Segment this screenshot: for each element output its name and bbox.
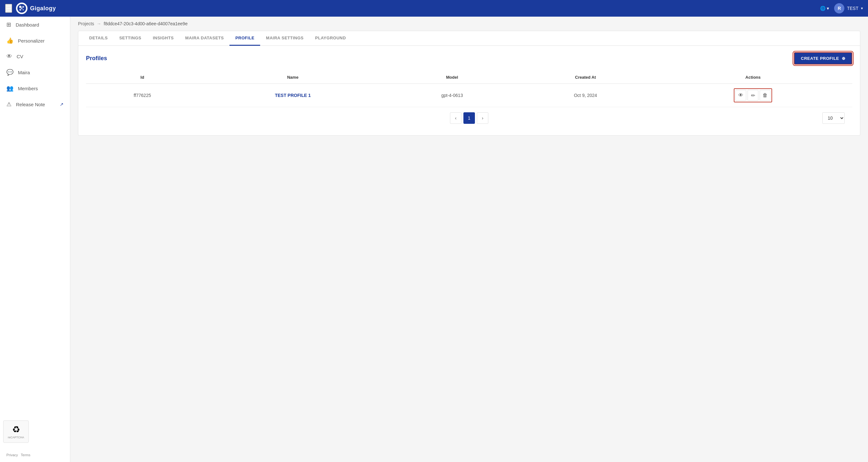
sidebar-item-cv[interactable]: 👁 CV — [0, 49, 70, 64]
profile-name-link[interactable]: TEST PROFILE 1 — [275, 93, 311, 98]
profiles-table: Id Name Model Created At Actions ff77622… — [86, 71, 852, 107]
row-created-at: Oct 9, 2024 — [517, 84, 654, 107]
user-menu-button[interactable]: R TEST ▾ — [834, 3, 863, 13]
tab-maira-settings[interactable]: MAIRA SETTINGS — [260, 31, 309, 46]
col-id: Id — [86, 71, 199, 84]
recaptcha-label: reCAPTCHA — [8, 436, 24, 439]
page-1-button[interactable]: 1 — [463, 112, 475, 124]
tab-playground[interactable]: PLAYGROUND — [309, 31, 351, 46]
prev-page-button[interactable]: ‹ — [450, 112, 462, 124]
actions-group: 👁 ✏ 🗑 — [734, 88, 772, 103]
create-profile-button[interactable]: CREATE PROFILE ⊕ — [794, 52, 852, 65]
personalizer-icon: 👍 — [6, 37, 13, 44]
pagination: ‹ 1 › — [450, 112, 488, 124]
globe-dropdown-arrow: ▾ — [827, 6, 829, 11]
create-profile-label: CREATE PROFILE — [801, 56, 839, 61]
actions-cell: 👁 ✏ 🗑 — [659, 88, 847, 103]
language-selector[interactable]: 🌐 ▾ — [820, 6, 829, 11]
delete-profile-button[interactable]: 🗑 — [760, 90, 771, 101]
svg-point-4 — [22, 9, 24, 10]
table-row: ff776225 TEST PROFILE 1 gpt-4-0613 Oct 9… — [86, 84, 852, 107]
tab-bar: DETAILS SETTINGS INSIGHTS MAIRA DATASETS… — [78, 31, 860, 46]
tab-maira-datasets[interactable]: MAIRA DATASETS — [180, 31, 230, 46]
profiles-section: Profiles CREATE PROFILE ⊕ Id Name Model … — [78, 46, 860, 135]
sidebar-label-cv: CV — [17, 54, 23, 59]
row-name: TEST PROFILE 1 — [199, 84, 387, 107]
breadcrumb-projects[interactable]: Projects — [78, 21, 94, 26]
main-content: Projects → f8ddce47-20c3-4d00-a6ee-d4007… — [70, 17, 868, 462]
nav-left: ☰ Gigalogy — [5, 3, 56, 14]
sidebar-label-release-note: Release Note — [16, 102, 45, 107]
user-dropdown-arrow: ▾ — [861, 6, 863, 10]
row-id: ff776225 — [86, 84, 199, 107]
trash-icon: 🗑 — [763, 92, 768, 98]
recaptcha-logo: ♻ — [12, 424, 20, 435]
logo-container: Gigalogy — [16, 3, 56, 14]
sidebar-item-dashboard[interactable]: ⊞ Dashboard — [0, 17, 70, 33]
page-size-select[interactable]: 10 25 50 100 — [822, 112, 845, 124]
breadcrumb-arrow: → — [97, 21, 101, 26]
avatar: R — [834, 3, 844, 13]
col-model: Model — [387, 71, 518, 84]
sidebar-item-release-note[interactable]: ⚠ Release Note ↗ — [0, 96, 70, 112]
edit-profile-button[interactable]: ✏ — [747, 90, 758, 101]
tab-insights[interactable]: INSIGHTS — [147, 31, 179, 46]
tab-details[interactable]: DETAILS — [84, 31, 114, 46]
brand-name: Gigalogy — [30, 5, 56, 12]
tab-settings[interactable]: SETTINGS — [114, 31, 147, 46]
svg-point-1 — [19, 6, 22, 8]
nav-right: 🌐 ▾ R TEST ▾ — [820, 3, 863, 13]
external-link-icon: ↗ — [60, 102, 64, 107]
col-created-at: Created At — [517, 71, 654, 84]
breadcrumb-project-id: f8ddce47-20c3-4d00-a6ee-d4007ea1ee9e — [104, 21, 188, 26]
pagination-row: ‹ 1 › 10 25 50 100 — [86, 107, 852, 129]
body-layout: ⊞ Dashboard 👍 Personalizer 👁 CV 💬 Maira … — [0, 17, 868, 462]
svg-point-5 — [21, 8, 23, 9]
sidebar-label-dashboard: Dashboard — [16, 22, 39, 28]
privacy-link[interactable]: Privacy Terms — [6, 453, 64, 457]
edit-icon: ✏ — [751, 92, 755, 98]
cv-icon: 👁 — [6, 53, 12, 60]
sidebar: ⊞ Dashboard 👍 Personalizer 👁 CV 💬 Maira … — [0, 17, 70, 462]
project-card: DETAILS SETTINGS INSIGHTS MAIRA DATASETS… — [78, 31, 860, 136]
row-model: gpt-4-0613 — [387, 84, 518, 107]
breadcrumb: Projects → f8ddce47-20c3-4d00-a6ee-d4007… — [70, 17, 868, 31]
sidebar-footer: Privacy Terms — [0, 448, 70, 462]
logo-icon — [16, 3, 28, 14]
release-note-icon: ⚠ — [6, 101, 11, 108]
view-profile-button[interactable]: 👁 — [735, 90, 746, 101]
profiles-title: Profiles — [86, 55, 107, 62]
recaptcha-widget: ♻ reCAPTCHA — [3, 421, 29, 443]
col-name: Name — [199, 71, 387, 84]
col-actions: Actions — [654, 71, 852, 84]
globe-icon: 🌐 — [820, 6, 826, 11]
sidebar-label-personalizer: Personalizer — [18, 38, 44, 44]
tab-profile[interactable]: PROFILE — [229, 31, 260, 46]
sidebar-label-maira: Maira — [18, 70, 30, 75]
svg-point-2 — [22, 6, 24, 8]
maira-icon: 💬 — [6, 69, 13, 76]
menu-toggle-button[interactable]: ☰ — [5, 4, 12, 13]
top-nav: ☰ Gigalogy 🌐 ▾ R TEST ▾ — [0, 0, 868, 17]
sidebar-item-members[interactable]: 👥 Members — [0, 80, 70, 96]
profiles-header: Profiles CREATE PROFILE ⊕ — [86, 52, 852, 65]
next-page-button[interactable]: › — [477, 112, 488, 124]
svg-point-3 — [20, 9, 22, 11]
sidebar-label-members: Members — [18, 86, 38, 91]
eye-icon: 👁 — [738, 92, 743, 98]
members-icon: 👥 — [6, 85, 13, 92]
create-profile-icon: ⊕ — [842, 56, 846, 61]
sidebar-item-maira[interactable]: 💬 Maira — [0, 64, 70, 80]
row-actions: 👁 ✏ 🗑 — [654, 84, 852, 107]
user-name-label: TEST — [847, 6, 859, 11]
sidebar-item-personalizer[interactable]: 👍 Personalizer — [0, 33, 70, 49]
dashboard-icon: ⊞ — [6, 21, 11, 28]
